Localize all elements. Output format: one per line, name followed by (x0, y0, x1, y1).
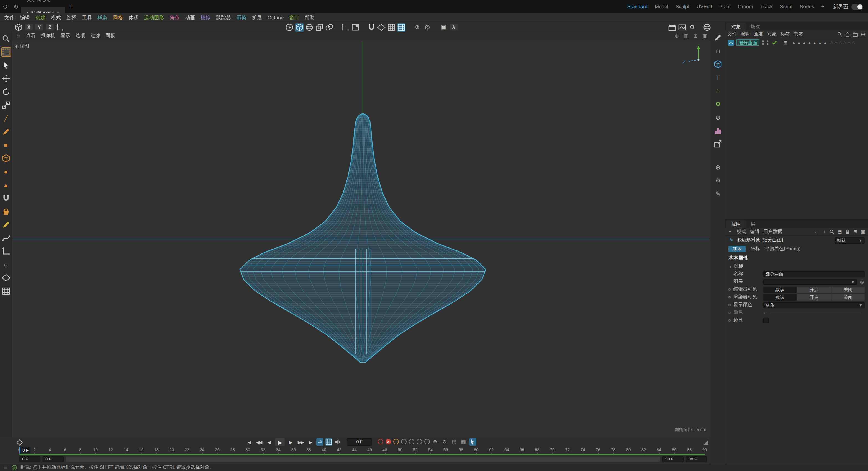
timeline-scrollbar[interactable] (66, 457, 660, 462)
icon-group-row[interactable]: › 图标 (725, 263, 868, 270)
add-document-tab-button[interactable]: + (65, 3, 77, 10)
tristate-button[interactable]: 默认 (763, 287, 797, 293)
axis-corner-icon[interactable] (341, 23, 349, 31)
menu-item[interactable]: Octane (265, 13, 286, 22)
attribute-menu-item[interactable]: 模式 (737, 228, 746, 235)
play-button[interactable]: ▶ (275, 438, 285, 446)
snap-magnet-icon[interactable] (367, 23, 376, 31)
menu-item[interactable]: 角色 (167, 13, 182, 22)
viewport-menu-item[interactable]: 摄像机 (41, 33, 55, 39)
timeline-ruler[interactable]: 0 F 024681012141618202224262830323436384… (12, 447, 711, 455)
menu-item[interactable]: 窗口 (286, 13, 302, 22)
keyframe-dot-icon[interactable] (727, 304, 731, 306)
display-color-dropdown[interactable]: 材质 ▼ (763, 302, 865, 308)
keyframe-dot-icon[interactable] (727, 319, 731, 322)
array-icon[interactable] (1, 287, 10, 296)
document-tab[interactable]: 大玩偶.c4d * (21, 0, 65, 7)
keyframe-diamond-icon[interactable] (16, 439, 23, 446)
axis-y-button[interactable]: Y (35, 24, 44, 31)
section-tab-2[interactable]: 平滑着色(Phong) (765, 245, 801, 252)
object-manager-menu-item[interactable]: 对象 (767, 31, 777, 37)
scale-icon[interactable] (1, 101, 10, 110)
goto-end-button[interactable]: ▶| (306, 439, 315, 446)
scale-key-icon[interactable] (409, 439, 414, 444)
pen-icon[interactable] (1, 127, 10, 136)
render-picture-viewer-icon[interactable] (678, 23, 686, 31)
layout-item-uvedit[interactable]: UVEdit (696, 4, 712, 9)
pyramid-primitive-icon[interactable]: ▲ (1, 180, 10, 189)
object-manager-tab[interactable]: 场次 (746, 23, 765, 30)
name-input[interactable]: 细分曲面 (763, 271, 865, 277)
viewport-menu-item[interactable]: 选项 (75, 33, 85, 39)
object-row[interactable]: 细分曲面 ⊞ ▲▲▲▲▲▲▲ △△△△△△ (725, 38, 868, 47)
live-selection-icon[interactable] (1, 47, 10, 57)
enabled-check-icon[interactable] (772, 40, 777, 45)
move-icon[interactable] (1, 74, 10, 83)
frame-snap-icon[interactable] (325, 438, 332, 445)
preset-dropdown[interactable]: 默认 ▼ (835, 237, 865, 243)
clapper-icon[interactable] (852, 31, 858, 37)
range-end-field-2[interactable]: 90 F (686, 456, 707, 462)
material-sphere-icon[interactable] (703, 23, 711, 31)
autokey-button[interactable]: A (385, 439, 391, 444)
range-end-field-1[interactable]: 90 F (662, 456, 684, 462)
attribute-manager-tab[interactable]: 属性 (726, 220, 746, 228)
attribute-menu-item[interactable]: 编辑 (750, 228, 760, 235)
new-interface-toggle[interactable] (851, 4, 863, 10)
section-tab-0[interactable]: 基本 (728, 245, 746, 252)
menu-item[interactable]: 文件 (2, 13, 17, 22)
redo-icon[interactable]: ↻ (10, 3, 21, 10)
keyframe-selection-icon[interactable]: ⊘ (441, 438, 448, 445)
axis-x-button[interactable]: X (24, 24, 33, 31)
film-icon[interactable]: ▥ (683, 33, 689, 39)
workplane-icon[interactable] (377, 23, 385, 31)
sphere-primitive-icon[interactable]: ● (1, 167, 10, 176)
menu-item[interactable]: 渲染 (234, 13, 249, 22)
object-manager-menu-item[interactable]: 文件 (727, 31, 737, 37)
viewport-menu-item[interactable]: 过滤 (91, 33, 100, 39)
object-manager-menu-item[interactable]: 编辑 (741, 31, 750, 37)
search-icon[interactable] (837, 31, 842, 37)
parameter-key-icon[interactable] (424, 439, 430, 444)
viewport-menu-item[interactable]: 显示 (61, 33, 70, 39)
layout-item-sculpt[interactable]: Sculpt (676, 4, 689, 9)
mograph-icon[interactable]: ∴ (713, 86, 722, 95)
keyframe-dot-icon[interactable] (727, 296, 731, 298)
object-manager-menu-item[interactable]: 查看 (754, 31, 763, 37)
editor-visibility-dots-icon[interactable] (762, 40, 764, 45)
tristate-button[interactable]: 关闭 (831, 294, 865, 300)
grid-snap-active-icon[interactable] (397, 23, 405, 31)
rotate-icon[interactable] (1, 88, 10, 96)
layer-picker-icon[interactable]: ◎ (859, 279, 865, 284)
text-icon[interactable]: T (713, 73, 722, 82)
range-start-field-1[interactable]: 0 F (20, 456, 40, 462)
axis-icon[interactable] (1, 247, 10, 256)
rectangle-icon[interactable]: □ (713, 46, 722, 55)
next-frame-button[interactable]: ▶ (286, 439, 295, 446)
volume-icon[interactable]: ⊘ (713, 113, 722, 122)
layout-item-track[interactable]: Track (760, 4, 772, 9)
xray-checkbox[interactable] (763, 318, 769, 323)
popout-icon[interactable]: ▣ (860, 229, 866, 234)
add-layout-button[interactable]: + (821, 4, 824, 9)
up-icon[interactable]: ↑ (822, 229, 827, 234)
object-manager-menu-item[interactable]: 标签 (780, 31, 790, 37)
next-key-button[interactable]: ▶▶ (296, 439, 305, 446)
two-spheres-icon[interactable] (325, 23, 334, 31)
viewport-menu-icon[interactable]: ≡ (15, 33, 22, 39)
layer-dropdown[interactable]: ▼ (763, 279, 857, 285)
attribute-menu-icon[interactable]: ≡ (727, 229, 733, 234)
menu-item[interactable]: 动画 (182, 13, 198, 22)
auto-key-cursor-icon[interactable] (469, 438, 476, 445)
menu-item[interactable]: 扩展 (249, 13, 265, 22)
zoom-icon[interactable] (1, 34, 10, 43)
prev-frame-button[interactable]: ◀ (265, 439, 273, 446)
magnet-icon[interactable] (1, 194, 10, 203)
field-gear-icon[interactable]: ⚙ (713, 100, 722, 108)
menu-item[interactable]: 样条 (95, 13, 110, 22)
goto-start-button[interactable]: |◀ (245, 439, 253, 446)
layout-item-groom[interactable]: Groom (738, 4, 753, 9)
circle-icon[interactable]: ○ (1, 260, 10, 269)
settings-gear-icon[interactable]: ⚙ (713, 176, 722, 185)
menu-item[interactable]: 帮助 (302, 13, 317, 22)
